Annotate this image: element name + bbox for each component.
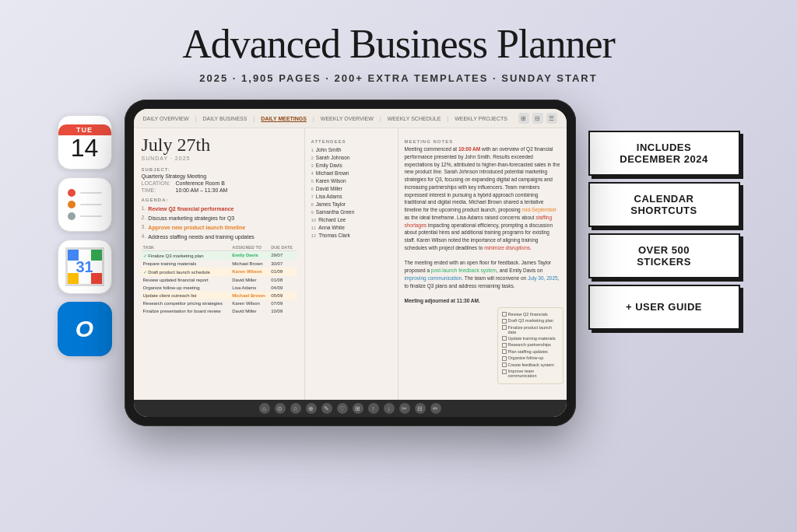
subject-value: Quarterly Strategy Meeting [142,173,207,179]
attendee-item: 6 David Miller [311,186,391,191]
task-due: 01/08 [269,276,296,284]
toolbar-icon-10[interactable]: ✂ [399,403,410,414]
nav-daily-meetings[interactable]: DAILY MEETINGS [261,116,307,121]
table-row: Review updated financial report David Mi… [142,276,297,284]
time-row: TIME: 10:00 AM – 11:30 AM [142,187,297,193]
task-due: 29/07 [269,250,296,260]
badge-guide-text: + USER GUIDE [626,301,702,313]
reminder-dot-1 [68,189,102,197]
check-item: Create feedback system [502,362,559,368]
toolbar-icon-11[interactable]: ⊟ [415,403,426,414]
google-calendar-icon: 31 [58,240,112,294]
toolbar-icon-12[interactable]: ✏ [430,403,441,414]
nav-weekly-overview[interactable]: WEEKLY OVERVIEW [321,116,374,121]
meeting-notes-label: MEETING NOTES [405,139,560,144]
main-title: Advanced Business Planner [0,22,797,66]
check-item: Draft Q3 marketing plan [502,318,559,324]
agenda-text-3: Approve new product launch timeline [148,224,245,231]
toolbar-icon-6[interactable]: ♡ [337,403,348,414]
tablet-device: DAILY OVERVIEW | DAILY BUSINESS | DAILY … [125,100,576,426]
task-name: ✓ Draft product launch schedule [142,268,231,276]
badge-stickers-text: OVER 500STICKERS [637,244,691,268]
toolbar-icon-8[interactable]: ↑ [368,403,379,414]
tablet-bottom-toolbar: ⌂ ⊙ ☆ ⊕ ✎ ♡ ⊞ ↑ ↓ ✂ ⊟ ✏ [134,400,567,417]
table-row: Prepare training materials Michael Brown… [142,260,297,268]
nav-icon-1[interactable]: ⊞ [518,113,529,124]
nav-daily-business[interactable]: DAILY BUSINESS [202,116,247,121]
tablet-content: July 27th SUNDAY · 2025 SUBJECT: Quarter… [134,128,567,400]
task-name: Update client outreach list [142,292,231,299]
task-name: ✓ Finalize Q3 marketing plan [142,250,231,260]
agenda-text-2: Discuss marketing strategies for Q3 [148,215,234,222]
attendee-item: 4 Michael Brown [311,170,391,176]
task-name: Finalize presentation for board review [142,307,231,315]
check-item: Finalize product launch date [502,325,559,334]
subject-label: SUBJECT: [142,167,297,172]
subtitle: 2025 · 1,905 PAGES · 200+ EXTRA TEMPLATE… [0,72,797,84]
task-due: 07/09 [269,299,296,307]
dot-line-2 [80,204,102,205]
outlook-inner: O [58,302,112,356]
task-assigned: Karen Wilson [230,268,269,276]
location-row: LOCATION: Conference Room B [142,180,297,186]
time-value: 10:00 AM – 11:30 AM [176,187,228,193]
task-due: 01/08 [269,268,296,276]
date-display: July 27th SUNDAY · 2025 [142,135,297,161]
nav-daily-overview[interactable]: DAILY OVERVIEW [143,116,189,121]
dot-gray [68,212,75,220]
badge-december: INCLUDESDECEMBER 2024 [588,131,740,176]
check-item: Organize follow-up [502,355,559,361]
agenda-item-3: 3. Approve new product launch timeline [142,224,297,231]
nav-icon-2[interactable]: ⊟ [532,113,543,124]
toolbar-icon-3[interactable]: ☆ [290,403,301,414]
attendee-item: 3 Emily Davis [311,163,391,168]
agenda-item-1: 1. Review Q2 financial performance [142,205,297,212]
reminder-dot-3 [68,212,102,220]
task-due: 05/09 [269,292,296,299]
task-assigned: Michael Brown [230,292,269,299]
table-row: Research competitor pricing strategies K… [142,299,297,307]
gcal-number: 31 [75,258,93,276]
toolbar-icon-9[interactable]: ↓ [384,403,395,414]
badge-december-text: INCLUDESDECEMBER 2024 [620,142,707,166]
toolbar-icon-7[interactable]: ⊞ [353,403,363,414]
attendees-panel: ATTENDEES 1 John Smith 2 Sarah Johnson 3… [305,128,398,400]
col-task: TASK [142,244,231,251]
task-due: 04/09 [269,284,296,292]
calendar-date-number: 14 [71,135,99,160]
attendee-item: 7 Lisa Adams [311,194,391,199]
badge-calendar-shortcuts: CALENDARSHORTCUTS [588,182,740,227]
dot-orange [68,201,75,208]
agenda-text-4: Address staffing needs and training upda… [148,233,254,240]
content-area: TUE 14 [0,92,797,426]
attendee-item: 8 James Taylor [311,201,391,207]
check-item: Review Q2 financials [502,312,559,317]
date-main: July 27th [142,135,297,156]
task-assigned: Lisa Adams [230,284,269,292]
check-item: Plan staffing updates [502,349,559,355]
toolbar-icon-4[interactable]: ⊕ [306,403,317,414]
toolbar-icon-1[interactable]: ⌂ [259,403,270,414]
page-header: Advanced Business Planner 2025 · 1,905 P… [0,0,797,92]
dot-red [68,189,75,197]
location-label: LOCATION: [142,180,173,186]
task-name: Research competitor pricing strategies [142,299,231,307]
subject-field-row: Quarterly Strategy Meeting [142,173,297,179]
table-row: Update client outreach list Michael Brow… [142,292,297,299]
attendee-item: 12 Thomas Clark [311,233,391,238]
toolbar-icon-5[interactable]: ✎ [321,403,332,414]
tablet-navbar[interactable]: DAILY OVERVIEW | DAILY BUSINESS | DAILY … [134,109,567,128]
left-icons-column: TUE 14 [58,100,112,356]
toolbar-icon-2[interactable]: ⊙ [275,403,286,414]
attendee-item: 2 Sarah Johnson [311,155,391,160]
check-item: Improve team communication [502,369,559,378]
task-assigned: Emily Davis [230,250,269,260]
agenda-label: AGENDA: [142,198,297,202]
date-sub: SUNDAY · 2025 [142,156,297,161]
task-name: Organize follow-up meeting [142,284,231,292]
reminder-dot-2 [68,201,102,208]
nav-icon-3[interactable]: ☰ [546,113,557,124]
nav-weekly-projects[interactable]: WEEKLY PROJECTS [455,116,507,121]
task-due: 30/07 [269,260,296,268]
nav-weekly-schedule[interactable]: WEEKLY SCHEDULE [388,116,441,121]
